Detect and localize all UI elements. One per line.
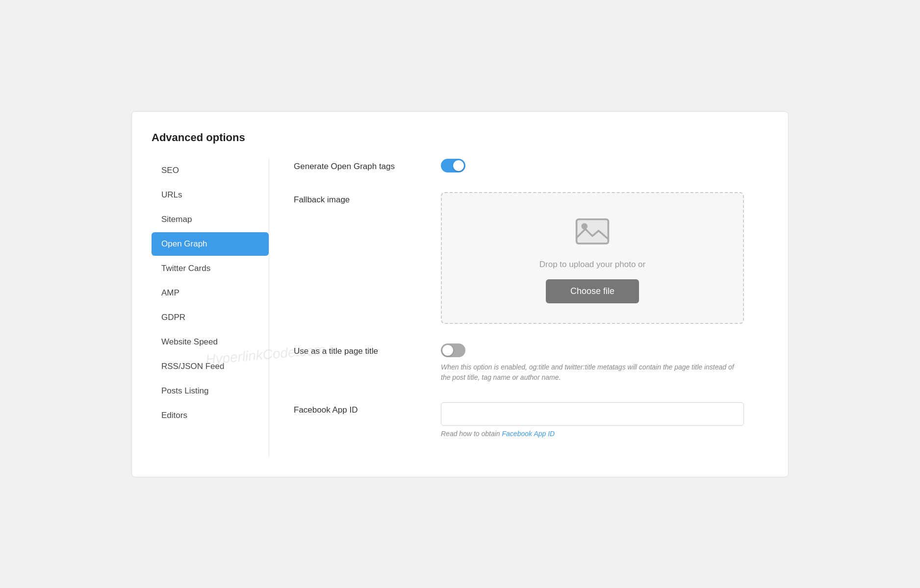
card-title: Advanced options — [152, 131, 768, 144]
sidebar: SEOURLsSitemapOpen GraphTwitter CardsAMP… — [152, 159, 269, 457]
setting-label-open-graph-tags: Generate Open Graph tags — [294, 159, 421, 172]
sidebar-item-sitemap[interactable]: Sitemap — [152, 208, 269, 231]
image-icon — [575, 213, 610, 250]
setting-control-fallback-image: Drop to upload your photo or Choose file — [441, 192, 744, 324]
drop-zone[interactable]: Drop to upload your photo or Choose file — [441, 192, 744, 324]
toggle-title-page-title[interactable] — [441, 343, 465, 357]
sidebar-item-seo[interactable]: SEO — [152, 159, 269, 182]
drop-zone-text: Drop to upload your photo or — [539, 260, 645, 270]
setting-row-title-page-title: Use as a title page title When this opti… — [294, 343, 744, 383]
sidebar-item-urls[interactable]: URLs — [152, 183, 269, 207]
sidebar-item-amp[interactable]: AMP — [152, 281, 269, 305]
toggle-open-graph-tags[interactable] — [441, 159, 465, 172]
svg-rect-0 — [577, 219, 609, 244]
toggle-wrapper-open-graph-tags — [441, 159, 744, 172]
sidebar-item-gdpr[interactable]: GDPR — [152, 306, 269, 329]
facebook-app-id-link[interactable]: Facebook App ID — [502, 430, 555, 438]
setting-control-facebook-app-id: Read how to obtain Facebook App ID — [441, 402, 744, 438]
sidebar-item-posts-listing[interactable]: Posts Listing — [152, 379, 269, 403]
setting-label-title-page-title: Use as a title page title — [294, 343, 421, 356]
setting-label-fallback-image: Fallback image — [294, 192, 421, 205]
setting-control-title-page-title: When this option is enabled, og:title an… — [441, 343, 744, 383]
hint-text-title-page-title: When this option is enabled, og:title an… — [441, 362, 744, 383]
sidebar-item-rss-json-feed[interactable]: RSS/JSON Feed — [152, 355, 269, 378]
facebook-app-id-input[interactable] — [441, 402, 744, 426]
sidebar-item-open-graph[interactable]: Open Graph — [152, 232, 269, 256]
advanced-options-card: Advanced options SEOURLsSitemapOpen Grap… — [131, 111, 789, 477]
toggle-thumb-open-graph-tags — [453, 160, 464, 171]
toggle-thumb-title-page-title — [442, 345, 453, 356]
toggle-wrapper-title-page-title — [441, 343, 744, 357]
main-content: Generate Open Graph tags Fallback image — [269, 159, 768, 457]
setting-row-facebook-app-id: Facebook App ID Read how to obtain Faceb… — [294, 402, 744, 438]
choose-file-button[interactable]: Choose file — [546, 279, 639, 303]
sidebar-item-editors[interactable]: Editors — [152, 404, 269, 427]
setting-row-fallback-image: Fallback image Drop to upload your photo… — [294, 192, 744, 324]
setting-label-facebook-app-id: Facebook App ID — [294, 402, 421, 415]
read-how-prefix: Read how to obtain — [441, 430, 500, 438]
svg-point-1 — [582, 223, 588, 229]
read-how-text: Read how to obtain Facebook App ID — [441, 430, 744, 438]
sidebar-item-website-speed[interactable]: Website Speed — [152, 330, 269, 354]
setting-control-open-graph-tags — [441, 159, 744, 172]
setting-row-open-graph-tags: Generate Open Graph tags — [294, 159, 744, 172]
layout: SEOURLsSitemapOpen GraphTwitter CardsAMP… — [152, 159, 768, 457]
sidebar-item-twitter-cards[interactable]: Twitter Cards — [152, 257, 269, 280]
